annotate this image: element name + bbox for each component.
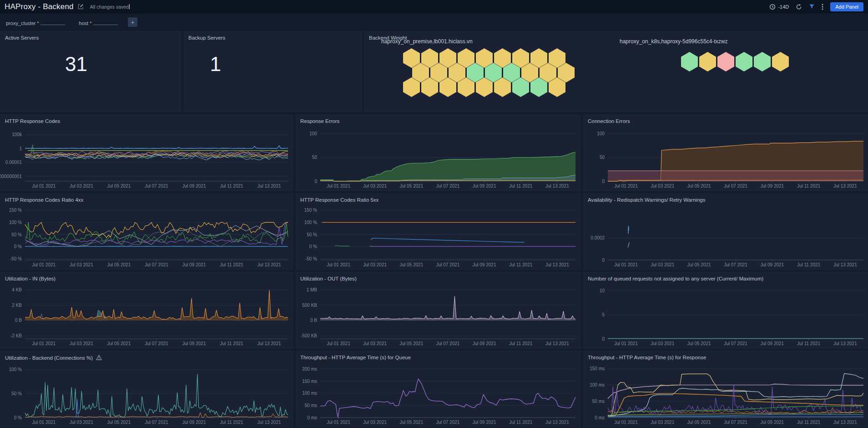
svg-text:Jul 07 2021: Jul 07 2021 [724,420,747,425]
weight-hexagon[interactable] [736,52,752,71]
svg-text:Jul 09 2021: Jul 09 2021 [182,341,206,346]
panel-title: Backend Weight [369,35,407,41]
svg-text:Jul 09 2021: Jul 09 2021 [473,183,496,189]
filter-label: proxy_cluster [6,20,35,26]
svg-text:Jul 03 2021: Jul 03 2021 [363,183,387,189]
svg-text:Jul 09 2021: Jul 09 2021 [760,183,784,189]
ratio-4xx-chart[interactable]: 150 %100 %50 %0 %-50 %Jul 01 2021Jul 03 … [0,205,293,269]
utilization-backend-chart[interactable]: 100 %50 %0 %Jul 01 2021Jul 03 2021Jul 05… [0,362,293,427]
utilization-in-chart[interactable]: 4 KB2 KB0 B-2 KBJul 01 2021Jul 03 2021Ju… [0,284,293,348]
throughput-queue-chart[interactable]: 200 ms150 ms100 ms50 ms0 msJul 01 2021Ju… [295,362,581,427]
svg-text:50 ms: 50 ms [592,399,605,404]
svg-text:Jul 11 2021: Jul 11 2021 [509,420,532,425]
add-filter-button[interactable]: + [128,17,137,27]
svg-text:4 KB: 4 KB [12,287,22,292]
svg-text:0: 0 [602,336,605,341]
svg-text:Jul 13 2021: Jul 13 2021 [257,262,281,267]
svg-text:150 %: 150 % [9,208,22,213]
svg-text:Jul 05 2021: Jul 05 2021 [687,262,711,267]
svg-text:Jul 01 2021: Jul 01 2021 [32,262,56,267]
add-panel-button[interactable]: Add Panel [830,2,863,11]
svg-text:100 ms: 100 ms [302,391,317,396]
panel-utilization-out: Utilization - OUT (Bytes) 1 MB500 KB0 B-… [295,272,581,349]
svg-text:Jul 03 2021: Jul 03 2021 [363,420,387,425]
edit-title-icon[interactable] [78,4,84,10]
http-response-codes-chart[interactable]: 100k10.000010.0000000001Jul 01 2021Jul 0… [0,126,293,190]
throughput-response-chart[interactable]: 150 ms100 ms50 ms0 msJul 01 2021Jul 03 2… [583,362,868,427]
svg-text:Jul 09 2021: Jul 09 2021 [182,183,206,189]
weight-group-label: haproxy_on_k8s,haproxy-5d996c55c4-txzwz [620,38,790,45]
svg-text:Jul 07 2021: Jul 07 2021 [436,262,460,267]
proxy-cluster-input[interactable] [40,18,65,25]
svg-text:Jul 05 2021: Jul 05 2021 [400,420,424,425]
panel-title: Active Servers [5,35,39,41]
dashboard-grid: Active Servers 31 Backup Servers 1 Backe… [0,31,868,428]
svg-text:1: 1 [19,146,22,151]
panel-http-response-codes: HTTP Response Codes 100k10.000010.000000… [0,114,293,191]
filter-proxy-cluster: proxy_cluster * [6,18,65,26]
svg-text:Jul 11 2021: Jul 11 2021 [509,341,532,346]
backup-servers-value: 1 [210,53,221,76]
weight-group-label: haproxy_on_premise,lb001.hiclass.vn [381,38,576,45]
ratio-5xx-chart[interactable]: 150 %100 %50 %0 %-50 %Jul 01 2021Jul 03 … [295,205,581,269]
honeycomb-on-premise [403,48,576,97]
svg-text:150 ms: 150 ms [302,379,317,384]
svg-text:0: 0 [314,179,317,184]
required-asterisk: * [90,21,91,26]
svg-text:Jul 11 2021: Jul 11 2021 [220,420,243,425]
svg-text:150 %: 150 % [304,208,317,213]
svg-text:Jul 01 2021: Jul 01 2021 [32,183,56,189]
svg-text:Jul 07 2021: Jul 07 2021 [436,183,460,189]
svg-text:150 ms: 150 ms [590,366,605,371]
panel-title: Connection Errors [588,118,630,124]
panel-ratio-4xx: HTTP Response Codes Ratio 4xx 150 %100 %… [0,193,293,270]
svg-text:Jul 03 2021: Jul 03 2021 [363,262,387,267]
queued-requests-chart[interactable]: 1050Jul 01 2021Jul 03 2021Jul 05 2021Jul… [583,284,868,348]
svg-text:0.0000000001: 0.0000000001 [0,174,22,179]
panel-title: Availability - Redispatch Warnings/ Retr… [588,197,705,203]
svg-text:2 KB: 2 KB [12,303,22,308]
svg-text:100k: 100k [12,132,22,137]
weight-hexagon[interactable] [754,52,771,71]
connection-errors-chart[interactable]: 100500Jul 01 2021Jul 03 2021Jul 05 2021J… [583,126,868,190]
panel-title: HTTP Response Codes Ratio 5xx [300,197,378,203]
panel-utilization-in: Utilization - IN (Bytes) 4 KB2 KB0 B-2 K… [0,272,293,349]
time-range-control[interactable]: -14D [769,4,789,10]
svg-text:Jul 05 2021: Jul 05 2021 [107,262,131,267]
svg-text:Jul 03 2021: Jul 03 2021 [70,420,93,425]
warning-icon[interactable] [96,355,102,361]
filter-icon[interactable] [809,4,815,10]
svg-text:Jul 05 2021: Jul 05 2021 [687,341,711,346]
availability-chart[interactable]: 0.00020Jul 01 2021Jul 03 2021Jul 05 2021… [583,205,868,269]
svg-text:Jul 01 2021: Jul 01 2021 [614,183,638,189]
host-input[interactable] [93,18,118,25]
svg-text:100 %: 100 % [304,220,317,225]
svg-text:0 %: 0 % [309,244,317,249]
text-caret [129,4,130,9]
utilization-out-chart[interactable]: 1 MB500 KB0 B-500 KBJul 01 2021Jul 03 20… [295,284,581,348]
svg-text:500 KB: 500 KB [302,303,317,308]
refresh-icon[interactable] [796,4,802,10]
weight-hexagon[interactable] [681,52,698,71]
svg-text:1 MB: 1 MB [307,287,318,292]
panel-throughput-queue: Throughput - HTTP Average Time (s) for Q… [295,351,581,428]
panel-title: Backup Servers [188,35,225,41]
svg-text:0.00001: 0.00001 [5,160,22,165]
weight-hexagon[interactable] [772,52,789,71]
svg-text:50 %: 50 % [11,391,22,396]
svg-text:0: 0 [602,179,605,184]
kebab-menu-icon[interactable] [822,4,823,10]
svg-text:Jul 05 2021: Jul 05 2021 [107,420,131,425]
response-errors-chart[interactable]: 100500Jul 01 2021Jul 03 2021Jul 05 2021J… [295,126,581,190]
clock-icon [769,4,776,10]
weight-hexagon[interactable] [699,52,716,71]
panel-availability: Availability - Redispatch Warnings/ Retr… [583,193,868,270]
svg-text:0 %: 0 % [14,415,22,420]
panel-queued-requests: Number of queued requests not assigned t… [583,272,868,349]
svg-text:Jul 13 2021: Jul 13 2021 [257,183,281,189]
weight-group-k8s: haproxy_on_k8s,haproxy-5d996c55c4-txzwz [620,38,790,71]
svg-text:Jul 13 2021: Jul 13 2021 [833,183,857,189]
svg-text:Jul 07 2021: Jul 07 2021 [724,183,747,189]
weight-hexagon[interactable] [717,52,734,71]
svg-text:Jul 05 2021: Jul 05 2021 [687,420,711,425]
